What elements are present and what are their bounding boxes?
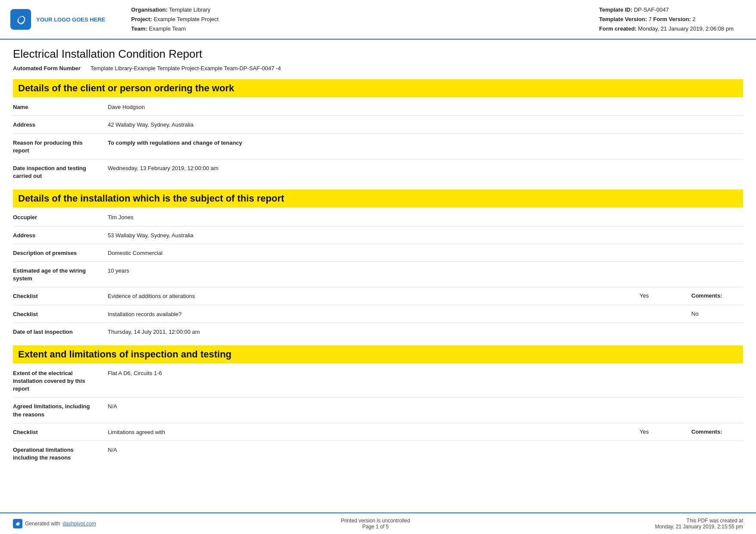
field-label: Address (13, 121, 108, 129)
org-value: Template Library (169, 6, 210, 13)
field-label: Operational limitations including the re… (13, 446, 108, 462)
section-client-heading: Details of the client or person ordering… (18, 83, 738, 94)
field-checklist-value: Installation records available? (108, 310, 691, 318)
field-row: Checklist Limitations agreed with Yes Co… (13, 428, 743, 441)
team-row: Team: Example Team (131, 24, 590, 34)
template-version-row: Template Version: 7 Form Version: 2 (599, 15, 746, 24)
footer-uncontrolled: Printed version is uncontrolled (341, 518, 410, 524)
field-label: Address (13, 232, 108, 239)
footer-right: This PDF was created at Monday, 21 Janua… (655, 518, 743, 530)
field-checklist-value: Evidence of additions or alterations (108, 292, 640, 300)
project-label: Project: (131, 16, 152, 22)
header-org-section: Organisation: Template Library Project: … (114, 5, 590, 34)
section-client-header: Details of the client or person ordering… (13, 79, 743, 97)
project-value: Example Template Project (153, 16, 219, 22)
field-value: Wednesday, 13 February 2019, 12:00:00 am (108, 165, 743, 172)
logo-section: YOUR LOGO GOES HERE (10, 5, 105, 34)
form-number-row: Automated Form Number Template Library-E… (13, 65, 743, 71)
page-container: YOUR LOGO GOES HERE Organisation: Templa… (0, 0, 756, 534)
form-created-row: Form created: Monday, 21 January 2019, 2… (599, 24, 746, 34)
field-row: Reason for producing this report To comp… (13, 139, 743, 159)
field-row: Operational limitations including the re… (13, 446, 743, 466)
section-extent-heading: Extent and limitations of inspection and… (18, 349, 738, 360)
field-row: Name Dave Hodgson (13, 103, 743, 116)
report-title: Electrical Installation Condition Report (13, 47, 743, 61)
field-row: Checklist Evidence of additions or alter… (13, 292, 743, 305)
footer-generated-text: Generated with (25, 521, 60, 527)
team-value: Example Team (149, 25, 186, 32)
field-value: Thursday, 14 July 2011, 12:00:00 am (108, 328, 743, 336)
section-client-fields: Name Dave Hodgson Address 42 Wallaby Way… (13, 103, 743, 184)
footer-page: Page 1 of 5 (341, 524, 410, 530)
field-label: Date inspection and testing carried out (13, 165, 108, 180)
field-row: Extent of the electrical installation co… (13, 369, 743, 398)
field-row: Agreed limitations, including the reason… (13, 403, 743, 423)
page-footer: Generated with dashpivot.com Printed ver… (0, 512, 756, 534)
field-label: Description of premises (13, 249, 108, 257)
form-number-value: Template Library-Example Template Projec… (91, 65, 281, 71)
field-value: Flat A D6, Circuits 1-6 (108, 369, 743, 377)
field-value: 53 Wallaby Way, Sydney, Australia (108, 232, 743, 239)
field-label: Checklist (13, 292, 108, 300)
field-label: Extent of the electrical installation co… (13, 369, 108, 393)
field-value: 10 years (108, 267, 743, 275)
footer-center: Printed version is uncontrolled Page 1 o… (341, 518, 410, 530)
main-content: Electrical Installation Condition Report… (0, 40, 756, 497)
section-extent-fields: Extent of the electrical installation co… (13, 369, 743, 466)
section-installation-heading: Details of the installation which is the… (18, 193, 738, 204)
field-label: Name (13, 103, 108, 111)
field-label: Date of last inspection (13, 328, 108, 336)
team-label: Team: (131, 25, 147, 32)
footer-logo-icon (13, 519, 22, 528)
form-version-value: 2 (693, 16, 696, 22)
section-installation-header: Details of the installation which is the… (13, 189, 743, 208)
field-value: Domestic Commercial (108, 249, 743, 257)
field-value: Dave Hodgson (108, 103, 743, 111)
header-template-section: Template ID: DP-SAF-0047 Template Versio… (599, 5, 746, 34)
org-row: Organisation: Template Library (131, 5, 590, 15)
field-yes-no: Yes (640, 428, 691, 435)
form-number-label: Automated Form Number (13, 65, 91, 71)
form-created-label: Form created: (599, 25, 637, 32)
field-label: Checklist (13, 310, 108, 318)
org-label: Organisation: (131, 6, 168, 13)
field-value: To comply with regulations and change of… (108, 139, 743, 147)
logo-icon (10, 9, 31, 30)
logo-text: YOUR LOGO GOES HERE (36, 16, 105, 23)
form-created-value: Monday, 21 January 2019, 2:06:08 pm (638, 25, 734, 32)
field-comments-label: Comments: (691, 292, 743, 299)
project-row: Project: Example Template Project (131, 15, 590, 24)
field-row: Estimated age of the wiring system 10 ye… (13, 267, 743, 287)
section-extent-header: Extent and limitations of inspection and… (13, 345, 743, 363)
field-value: N/A (108, 403, 743, 410)
field-row: Date of last inspection Thursday, 14 Jul… (13, 328, 743, 340)
footer-created-value: Monday, 21 January 2019, 2:15:55 pm (655, 524, 743, 530)
field-row: Address 53 Wallaby Way, Sydney, Australi… (13, 232, 743, 244)
field-label: Checklist (13, 428, 108, 436)
field-checklist-value: Limitations agreed with (108, 428, 640, 436)
field-row: Date inspection and testing carried out … (13, 165, 743, 184)
footer-link[interactable]: dashpivot.com (62, 521, 96, 527)
field-label: Reason for producing this report (13, 139, 108, 155)
field-row: Description of premises Domestic Commerc… (13, 249, 743, 262)
field-label: Occupier (13, 214, 108, 221)
field-yes-no: Yes (640, 292, 691, 299)
template-id-label: Template ID: (599, 6, 632, 13)
field-row: Address 42 Wallaby Way, Sydney, Australi… (13, 121, 743, 134)
field-label: Agreed limitations, including the reason… (13, 403, 108, 418)
field-yes-no: No (691, 310, 743, 317)
field-row: Checklist Installation records available… (13, 310, 743, 323)
field-value: Tim Jones (108, 214, 743, 221)
field-value: 42 Wallaby Way, Sydney, Australia (108, 121, 743, 129)
form-version-label: Form Version: (653, 16, 691, 22)
template-id-row: Template ID: DP-SAF-0047 (599, 5, 746, 15)
template-version-label: Template Version: (599, 16, 647, 22)
field-comments-label: Comments: (691, 428, 743, 435)
page-header: YOUR LOGO GOES HERE Organisation: Templa… (0, 0, 756, 40)
footer-created-label: This PDF was created at (655, 518, 743, 524)
section-installation-fields: Occupier Tim Jones Address 53 Wallaby Wa… (13, 214, 743, 340)
field-label: Estimated age of the wiring system (13, 267, 108, 283)
field-row: Occupier Tim Jones (13, 214, 743, 226)
template-version-value: 7 (649, 16, 652, 22)
footer-left: Generated with dashpivot.com (13, 519, 96, 528)
